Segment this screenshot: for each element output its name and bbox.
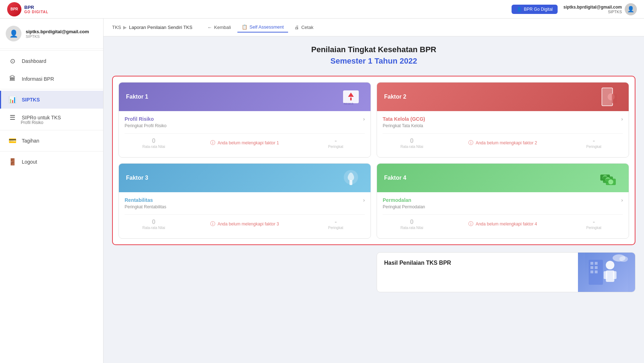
user-icon-small: 👤: [517, 7, 522, 12]
logo-area: BPR BPR GO DIGITAL: [7, 2, 49, 16]
factor-4-stat-avg: 0 Rata-rata Nilai: [383, 218, 441, 230]
sidebar-user-email: siptks.bprdigital@gmail.com: [26, 29, 89, 34]
factor-2-peringkat-value: -: [565, 137, 623, 145]
factor-4-warning: ⓘ Anda belum melengkapi faktor 4: [444, 221, 561, 227]
factor-2-stat-peringkat: - Peringkat: [565, 137, 623, 149]
factor-2-warning-text: Anda belum melengkapi faktor 2: [476, 140, 537, 145]
factor-3-avg-value: 0: [125, 218, 183, 226]
factor-1-link-title: Profil Risiko: [125, 116, 154, 122]
factor-3-link[interactable]: Rentabilitas ›: [125, 197, 365, 203]
tagihan-icon: 💳: [8, 137, 17, 145]
logo-brand-text: BPR: [24, 5, 49, 10]
siptks-icon: 📊: [8, 96, 17, 104]
results-card-banner: [578, 253, 635, 292]
bpr-go-digital-button[interactable]: 👤 BPR Go Digital: [512, 5, 558, 14]
page-body: Penilaian Tingkat Kesehatan BPR Semester…: [104, 36, 644, 363]
informasi-label: Informasi BPR: [22, 76, 54, 82]
logo-brand: BPR GO DIGITAL: [24, 5, 49, 14]
warning-icon-1: ⓘ: [210, 140, 215, 146]
factor-4-link[interactable]: Permodalan ›: [383, 197, 623, 203]
results-card-title: Hasil Penilaian TKS BPR: [384, 260, 571, 266]
factor-banner-3: Faktor 3: [119, 164, 371, 192]
svg-rect-23: [590, 262, 593, 265]
factor-4-banner-img: [597, 165, 622, 190]
back-button[interactable]: ← Kembali: [203, 23, 235, 32]
user-email-header: siptks.bprdigital@gmail.com: [563, 5, 622, 10]
page-title-section: Penilaian Tingkat Kesehatan BPR Semester…: [112, 45, 635, 66]
sidebar-item-informasi-bpr[interactable]: 🏛 Informasi BPR: [0, 70, 103, 88]
warning-icon-3: ⓘ: [210, 221, 215, 227]
factor-1-peringkat-label: Peringkat: [307, 145, 365, 149]
dashboard-icon: ⊙: [8, 57, 17, 65]
factor-1-banner-img: RESIKO: [338, 84, 363, 109]
sub-nav: ← Kembali 📋 Self Assessment 🖨 Cetak: [203, 22, 318, 33]
factor-4-body: Permodalan › Peringkat Permodalan 0 Rata…: [377, 192, 629, 238]
user-role-header: SIPTKS: [563, 10, 622, 14]
svg-point-30: [619, 256, 628, 262]
factor-2-banner-img: [597, 84, 622, 109]
sub-header: TKS ▶ Laporan Penilaian Sendiri TKS ← Ke…: [104, 19, 644, 36]
factor-2-avg-label: Rata-rata Nilai: [383, 145, 441, 149]
factor-4-link-title: Permodalan: [383, 197, 411, 203]
factor-1-subtitle: Peringkat Profil Risiko: [125, 123, 365, 128]
layout: 👤 siptks.bprdigital@gmail.com SIPTKS ⊙ D…: [0, 19, 644, 363]
page-subtitle: Semester 1 Tahun 2022: [112, 56, 635, 66]
factor-1-stats: 0 Rata-rata Nilai ⓘ Anda belum melengkap…: [125, 133, 365, 152]
factors-grid: Faktor 1 RESIKO: [119, 82, 629, 239]
dashboard-label: Dashboard: [22, 58, 46, 64]
print-button[interactable]: 🖨 Cetak: [290, 23, 318, 32]
print-label: Cetak: [301, 25, 313, 30]
factor-3-body: Rentabilitas › Peringkat Rentabilitas 0 …: [119, 192, 371, 238]
factor-2-banner-title: Faktor 2: [384, 94, 406, 100]
factor-3-banner-img: [338, 165, 363, 190]
nav-divider-2: [0, 89, 103, 89]
svg-rect-25: [590, 266, 593, 269]
factor-4-arrow: ›: [621, 197, 623, 203]
user-text: siptks.bprdigital@gmail.com SIPTKS: [563, 5, 622, 14]
factor-1-banner-title: Faktor 1: [126, 94, 148, 100]
factor-4-avg-label: Rata-rata Nilai: [383, 226, 441, 230]
svg-rect-26: [595, 266, 598, 269]
factor-3-link-title: Rentabilitas: [125, 197, 153, 203]
informasi-icon: 🏛: [8, 75, 17, 83]
logo-icon: BPR: [7, 2, 21, 16]
back-icon: ←: [207, 25, 212, 30]
factor-4-warning-text: Anda belum melengkapi faktor 4: [476, 222, 537, 227]
factor-card-2: Faktor 2: [377, 82, 629, 158]
bpr-btn-label: BPR Go Digital: [524, 7, 553, 12]
factor-1-link[interactable]: Profil Risiko ›: [125, 116, 365, 122]
factor-2-link-title: Tata Kelola (GCG): [383, 116, 425, 122]
sidebar-item-tagihan[interactable]: 💳 Tagihan: [0, 132, 103, 150]
factor-1-stat-peringkat: - Peringkat: [307, 137, 365, 149]
logout-label: Logout: [22, 159, 37, 165]
factor-1-body: Profil Risiko › Peringkat Profil Risiko …: [119, 111, 371, 157]
sidebar-item-siptks[interactable]: 📊 SIPTKS: [0, 91, 103, 109]
factor-4-peringkat-label: Peringkat: [565, 226, 623, 230]
factor-3-peringkat-label: Peringkat: [307, 226, 365, 230]
back-label: Kembali: [214, 25, 231, 30]
factor-2-warning: ⓘ Anda belum melengkapi faktor 2: [444, 140, 561, 146]
self-assessment-button[interactable]: 📋 Self Assessment: [237, 22, 288, 33]
sipro-sublabel: Profil Risiko: [0, 120, 103, 129]
main-content: TKS ▶ Laporan Penilaian Sendiri TKS ← Ke…: [104, 19, 644, 363]
sidebar-user: 👤 siptks.bprdigital@gmail.com SIPTKS: [0, 19, 103, 49]
factor-4-avg-value: 0: [383, 218, 441, 226]
factor-banner-4: Faktor 4: [377, 164, 629, 192]
sidebar-item-logout[interactable]: 🚪 Logout: [0, 153, 103, 171]
tagihan-label: Tagihan: [22, 138, 39, 144]
results-card: Hasil Penilaian TKS BPR: [377, 252, 635, 292]
factor-2-peringkat-label: Peringkat: [565, 145, 623, 149]
sidebar: 👤 siptks.bprdigital@gmail.com SIPTKS ⊙ D…: [0, 19, 104, 363]
factor-3-peringkat-value: -: [307, 218, 365, 226]
nav-divider-4: [0, 151, 103, 151]
warning-icon-4: ⓘ: [468, 221, 473, 227]
factor-1-avg-label: Rata-rata Nilai: [125, 145, 183, 149]
factor-4-subtitle: Peringkat Permodalan: [383, 204, 623, 209]
factor-1-stat-avg: 0 Rata-rata Nilai: [125, 137, 183, 149]
factor-1-warning: ⓘ Anda belum melengkapi faktor 1: [186, 140, 303, 146]
svg-rect-24: [595, 262, 598, 265]
sidebar-item-dashboard[interactable]: ⊙ Dashboard: [0, 52, 103, 70]
factor-2-link[interactable]: Tata Kelola (GCG) ›: [383, 116, 623, 122]
avatar: 👤: [625, 3, 637, 15]
sidebar-user-role: SIPTKS: [26, 34, 89, 39]
